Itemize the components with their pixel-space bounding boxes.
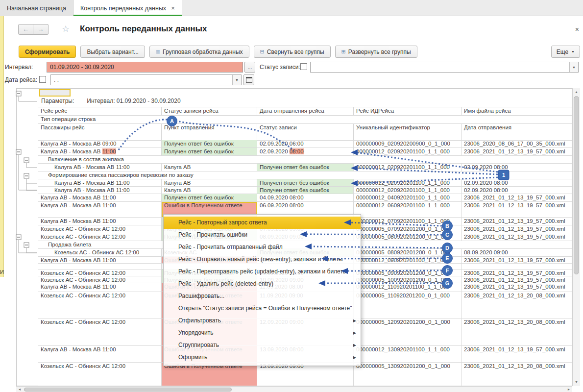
- column-header[interactable]: Тип операции строка: [38, 116, 572, 123]
- cell[interactable]: 23006_2021_01_12_13_19_57_000.xml: [462, 225, 572, 233]
- cell[interactable]: 000000012_110920201100_1_1_000: [354, 283, 462, 292]
- cell[interactable]: 000000005_080920201200_0_1_000: [354, 249, 462, 256]
- cell[interactable]: 23006_2021_01_12_13_20_08_000.xml: [462, 292, 572, 318]
- cell[interactable]: 23006_2021_01_12_13_19_57_000.xml: [462, 276, 572, 283]
- cell[interactable]: 000000005_130920201200_0_1_000: [354, 363, 462, 386]
- context-menu-item[interactable]: Открыть "Статус записи рейса = Ошибки в …: [164, 302, 361, 315]
- cell[interactable]: 000000005_100920201200_0_1_000: [354, 276, 462, 283]
- cell[interactable]: Калуга АВ - Москва АВ 11:00: [38, 257, 162, 263]
- cell[interactable]: 23006_2021_01_12_13_19_57_000.xml: [462, 257, 572, 263]
- tab-home[interactable]: Начальная страница: [0, 0, 73, 16]
- toolbar-button[interactable]: ≣Групповая обработка данных: [149, 46, 249, 58]
- scroll-up-icon[interactable]: ▲: [573, 89, 580, 96]
- cell[interactable]: Калуга АВ - Москва АВ 11:00: [38, 148, 162, 155]
- context-menu-item[interactable]: Рейс - Прочитать ошибки: [164, 229, 361, 241]
- cell[interactable]: 23006_2021_01_12_13_19_57_000.xml: [462, 218, 572, 225]
- cell[interactable]: 000000012_040920201100_1_1_000: [354, 194, 462, 201]
- close-icon[interactable]: ×: [575, 25, 579, 33]
- cell[interactable]: 000000012_130920201100_1_1_000: [354, 346, 462, 362]
- toolbar-button[interactable]: Сформировать: [19, 46, 76, 58]
- toolbar-button[interactable]: ⊞Развернуть все группы: [335, 46, 417, 58]
- docked-panel-tab[interactable]: И: [0, 16, 4, 277]
- toolbar-button[interactable]: Выбрать вариант...: [80, 46, 145, 58]
- cell[interactable]: 02.09.2020 08:00: [462, 164, 572, 171]
- cell[interactable]: Калуга АВ: [162, 187, 257, 194]
- horizontal-scrollbar-thumb[interactable]: [24, 388, 232, 392]
- tab-close-icon[interactable]: ×: [171, 5, 175, 11]
- table-group-row[interactable]: Формирование списка пассажиров перевозки…: [38, 172, 572, 179]
- cell[interactable]: Козельск АС - Обнинск АС 12:00: [38, 292, 162, 318]
- cell[interactable]: Калуга АВ - Москва АВ 11:00: [38, 218, 162, 225]
- cell[interactable]: Козельск АС - Обнинск АС 12:00: [38, 225, 162, 233]
- cell[interactable]: 000000012_090920201100_1_1_000: [354, 257, 462, 263]
- horizontal-scrollbar[interactable]: ◄ ►: [16, 386, 572, 392]
- context-menu-item[interactable]: Отфильтровать▶: [164, 315, 361, 327]
- vertical-scrollbar-thumb[interactable]: [574, 96, 579, 274]
- cell[interactable]: Калуга АВ - Москва АВ 11:00: [38, 346, 162, 362]
- cell[interactable]: Козельск АС - Обнинск АС 12:00: [38, 270, 162, 276]
- cell[interactable]: 23006_2021_01_12_13_20_08_000.xml: [462, 318, 572, 345]
- cell[interactable]: 23006_2021_01_12_13_19_57_000.xml: [462, 202, 572, 217]
- scroll-right-icon[interactable]: ►: [565, 387, 572, 392]
- cell[interactable]: Калуга АВ - Москва АВ 11:00: [38, 202, 162, 217]
- cell[interactable]: 000000012_020920201100_1_1_000: [354, 148, 462, 155]
- cell[interactable]: Козельск АС - Обнинск АС 12:00: [38, 249, 162, 256]
- cell[interactable]: Козельск АС - Обнинск АС 12:00: [38, 276, 162, 283]
- column-header[interactable]: Дата отправления: [462, 124, 572, 140]
- column-header[interactable]: Рейс рейс: [38, 107, 162, 115]
- table-group-row[interactable]: Включение в состав экипажа: [38, 156, 572, 164]
- cell[interactable]: 02.09.2020 08:00: [462, 179, 572, 186]
- column-header[interactable]: Пассажиры рейс: [38, 124, 162, 140]
- table-row[interactable]: Калуга АВ - Москва АВ 11:00Калуга АВПолу…: [38, 164, 572, 172]
- cell[interactable]: 23006_2021_01_12_13_19_57_000.xml: [462, 194, 572, 201]
- vertical-scrollbar[interactable]: ▲ ▼: [572, 88, 580, 386]
- cell[interactable]: 000000012_060920201100_1_1_000: [354, 202, 462, 217]
- cell[interactable]: Калуга АВ - Москва АВ 11:00: [38, 283, 162, 292]
- cell[interactable]: Получен ответ без ошибок: [162, 140, 257, 147]
- cell[interactable]: Калуга АВ - Москва АВ 11:00: [38, 164, 162, 171]
- context-menu-item[interactable]: Рейс - Повторный запрос ответа: [164, 217, 361, 229]
- cell[interactable]: [354, 264, 462, 269]
- column-header[interactable]: Уникальный идентификатор: [354, 124, 462, 140]
- scroll-left-icon[interactable]: ◄: [16, 387, 23, 392]
- cell[interactable]: 08.09.2020 09:00: [462, 249, 572, 256]
- table-row[interactable]: Козельск АС - Обнинск АС 12:00Ошибки в П…: [38, 363, 572, 386]
- table-row[interactable]: Калуга АВ - Москва АВ 11:00Получен ответ…: [38, 194, 572, 202]
- cell[interactable]: Козельск АС - Обнинск АС 12:00: [38, 363, 162, 386]
- column-header[interactable]: Статус записи рейса: [162, 107, 257, 115]
- cell[interactable]: Ошибки в Полученном ответе: [162, 363, 257, 386]
- table-row[interactable]: Калуга АВ - Москва АВ 11:00Получен ответ…: [38, 148, 572, 156]
- cell[interactable]: 000000005_080920201200_0_1_000: [354, 233, 462, 241]
- cell[interactable]: 000000012_070920201100_1_1_000: [354, 218, 462, 225]
- cell[interactable]: 23006_2020_08_06_17_00_35_000.xml: [462, 140, 572, 147]
- context-menu-item[interactable]: Расшифровать...: [164, 290, 361, 302]
- cell[interactable]: Получен ответ без ошибок: [257, 164, 354, 171]
- cell[interactable]: 000000012_020920201100_1_1_000: [354, 187, 462, 194]
- flight-date-checkbox[interactable]: [39, 76, 46, 83]
- column-header[interactable]: Пункт отправления: [162, 124, 257, 140]
- cell[interactable]: 000000005_090920201200_0_1_000: [354, 270, 462, 276]
- selected-empty-cell[interactable]: [39, 89, 71, 97]
- cell[interactable]: 02.09.2020 08:00: [462, 187, 572, 194]
- cell[interactable]: 000000012_020920201100_1_1_000: [354, 179, 462, 186]
- chevron-down-icon[interactable]: ▼: [569, 62, 578, 72]
- interval-more-button[interactable]: ...: [244, 62, 255, 73]
- cell[interactable]: Калуга АВ - Москва АВ 11:00: [38, 179, 162, 186]
- table-row[interactable]: Калуга АВ - Москва АВ 09:00Получен ответ…: [38, 140, 572, 148]
- cell[interactable]: Калуга АВ - Москва АВ 11:00: [38, 187, 162, 194]
- context-menu-item[interactable]: Рейс - Переотправить рейс (updated-entry…: [164, 266, 361, 278]
- cell[interactable]: [38, 264, 162, 269]
- cell[interactable]: Калуга АВ - Москва АВ 09:00: [38, 140, 162, 147]
- interval-input[interactable]: 01.09.2020 - 30.09.2020: [47, 62, 243, 73]
- cell[interactable]: 23006_2021_01_12_13_19_57_000.xml: [462, 270, 572, 276]
- back-button[interactable]: ←: [18, 24, 33, 35]
- more-button[interactable]: Еще ▼: [551, 46, 580, 58]
- context-menu-item[interactable]: Оформить▶: [164, 351, 361, 364]
- context-menu-item[interactable]: Рейс - Отправить новый рейс (new-entry),…: [164, 253, 361, 266]
- cell[interactable]: Получен ответ без ошибок: [257, 179, 354, 186]
- cell[interactable]: 000000005_110920201200_0_1_000: [354, 292, 462, 318]
- cell[interactable]: 23006_2021_01_12_13_19_57_000.xml: [462, 346, 572, 362]
- favorite-star-icon[interactable]: ☆: [62, 24, 70, 34]
- cell[interactable]: 02.09.2020 06:00: [257, 140, 354, 147]
- scroll-down-icon[interactable]: ▼: [573, 379, 580, 386]
